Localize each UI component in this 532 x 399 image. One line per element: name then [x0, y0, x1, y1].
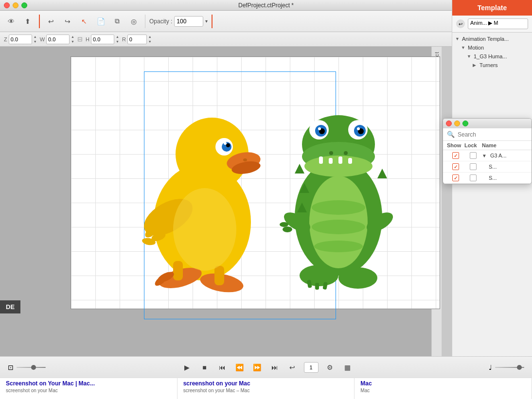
eye-icon: 👁	[8, 17, 15, 25]
g3-expand-icon: ▼	[467, 54, 472, 59]
opacity-field: Opacity : ▾	[149, 16, 208, 27]
browser-title-1: Screenshot on Your Mac | Mac...	[6, 380, 171, 387]
z-label: Z	[4, 36, 7, 42]
browser-item-1[interactable]: Screenshot on Your Mac | Mac... screensh…	[0, 378, 177, 399]
play-icon: ▶	[184, 364, 190, 371]
stop-button[interactable]: ■	[199, 362, 211, 373]
layer-3-lock-checkbox[interactable]	[470, 174, 477, 181]
settings-button[interactable]: ⚙	[324, 362, 336, 373]
croc-character[interactable]	[270, 81, 407, 295]
svg-rect-32	[348, 158, 352, 164]
caption-icon: ⊡	[8, 364, 14, 371]
maximize-button[interactable]	[21, 2, 27, 8]
filmstrip-icon: ▦	[344, 364, 351, 371]
template-title: Template	[478, 4, 507, 12]
layers-minimize-button[interactable]	[454, 121, 460, 126]
left-slider-track[interactable]	[17, 367, 46, 368]
eye-button[interactable]: 👁	[4, 14, 18, 29]
svg-rect-16	[214, 266, 224, 285]
canvas-area[interactable]: Project Actor	[0, 47, 442, 356]
turners-item[interactable]: ▶ Turners	[452, 61, 532, 69]
end-button[interactable]: ⏭	[269, 362, 281, 373]
svg-point-50	[338, 267, 377, 289]
z-stepper[interactable]: ▲▼	[34, 35, 37, 44]
layers-close-button[interactable]	[446, 121, 452, 126]
forward-icon: ⏩	[253, 364, 261, 371]
svg-point-23	[312, 200, 365, 215]
copy-button[interactable]: ⧉	[110, 14, 124, 29]
opacity-input[interactable]	[174, 16, 203, 27]
browser-bar: Screenshot on Your Mac | Mac... screensh…	[0, 378, 532, 399]
g3-human-item[interactable]: ▼ 1_G3 Huma...	[452, 52, 532, 61]
search-input[interactable]	[458, 131, 531, 138]
visibility-button[interactable]: ◎	[126, 14, 141, 29]
right-slider-thumb[interactable]	[517, 365, 522, 370]
browser-url-2: screenshot on your Mac – Mac	[183, 388, 349, 393]
browser-url-3: Mac	[360, 388, 526, 393]
layer-2-lock[interactable]	[464, 163, 482, 170]
duck-svg	[124, 86, 280, 295]
cursor-icon: ↖	[81, 17, 87, 25]
r-input[interactable]	[127, 35, 147, 44]
close-button[interactable]	[4, 2, 10, 8]
settings-icon: ⚙	[327, 364, 333, 371]
h-input[interactable]	[91, 35, 114, 44]
motion-item[interactable]: ▼ Motion	[452, 43, 532, 52]
rewind-button[interactable]: ⏪	[234, 362, 246, 373]
redo-button[interactable]: ↪	[60, 14, 75, 29]
layer-2-name: S...	[482, 164, 497, 170]
loop-button[interactable]: ↩	[286, 362, 298, 373]
animation-templates-section: ▼ Animation Templa... ▼ Motion ▼ 1_G3 Hu…	[452, 33, 532, 71]
layer-3-show[interactable]	[447, 174, 464, 181]
layer-1-lock[interactable]	[464, 152, 482, 159]
cursor-button[interactable]: ↖	[77, 14, 91, 29]
layer-2-lock-checkbox[interactable]	[470, 163, 477, 170]
layer-1-show[interactable]	[447, 152, 464, 159]
browser-item-3[interactable]: Mac Mac	[355, 378, 532, 399]
play-button[interactable]: ▶	[181, 362, 193, 373]
undo-button[interactable]: ↩	[44, 14, 58, 29]
w-stepper[interactable]: ▲▼	[71, 35, 74, 44]
export-icon: ⬆	[25, 17, 31, 25]
left-slider-thumb[interactable]	[31, 365, 36, 370]
opacity-dropdown-icon[interactable]: ▾	[205, 18, 208, 24]
duck-character[interactable]	[124, 86, 280, 295]
layer-3-lock[interactable]	[464, 174, 482, 181]
w-input[interactable]	[46, 35, 70, 44]
h-coord-group: H ▲▼	[86, 35, 119, 44]
svg-point-55	[344, 151, 348, 155]
svg-point-19	[173, 188, 236, 271]
anim-back-button[interactable]: ↩	[456, 19, 465, 28]
layer-2-show-checkbox[interactable]	[452, 163, 459, 170]
right-slider-track[interactable]	[495, 367, 524, 368]
browser-item-2[interactable]: screenshot on your Mac screenshot on you…	[177, 378, 355, 399]
layer-row-1: ▼ G3 A...	[443, 150, 532, 161]
layer-3-show-checkbox[interactable]	[452, 174, 459, 181]
layer-1-show-checkbox[interactable]	[452, 152, 459, 159]
template-panel: Template ↩ Anim... ▶ M ▼ Animation Templ…	[452, 0, 532, 399]
layer-2-show[interactable]	[447, 163, 464, 170]
new-doc-button[interactable]: 📄	[93, 14, 108, 29]
r-stepper[interactable]: ▲▼	[148, 35, 152, 44]
de-button[interactable]: DE	[0, 300, 20, 313]
h-stepper[interactable]: ▲▼	[116, 35, 119, 44]
motion-expand-icon: ▼	[461, 45, 466, 50]
animation-templates-item[interactable]: ▼ Animation Templa...	[452, 35, 532, 43]
layers-maximize-button[interactable]	[462, 121, 468, 126]
filmstrip-button[interactable]: ▦	[342, 362, 354, 373]
anim-dropdown[interactable]: Anim... ▶ M	[468, 18, 528, 29]
forward-button[interactable]: ⏩	[251, 362, 263, 373]
svg-rect-31	[338, 156, 342, 164]
minimize-button[interactable]	[13, 2, 18, 8]
g3-human-label: 1_G3 Huma...	[474, 53, 507, 59]
prev-button[interactable]: ⏮	[216, 362, 228, 373]
layer-1-lock-checkbox[interactable]	[470, 152, 477, 159]
svg-marker-41	[295, 164, 304, 173]
new-doc-icon: 📄	[97, 17, 105, 25]
canvas[interactable]	[71, 56, 440, 309]
layer-1-name-cell: ▼ G3 A...	[482, 153, 528, 158]
z-input[interactable]	[9, 35, 32, 44]
redo-icon: ↪	[65, 17, 71, 25]
frame-input[interactable]	[304, 362, 319, 373]
export-button[interactable]: ⬆	[20, 14, 35, 29]
